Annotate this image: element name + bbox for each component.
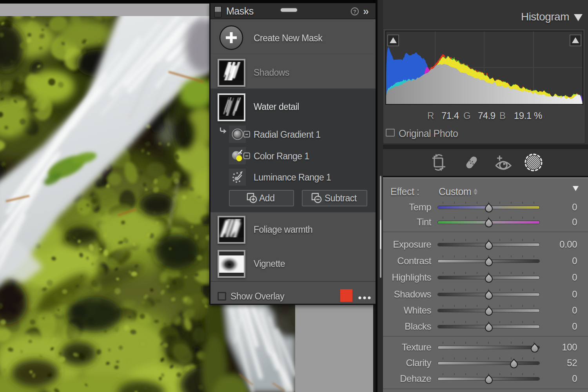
svg-text:?: ? (353, 9, 356, 15)
